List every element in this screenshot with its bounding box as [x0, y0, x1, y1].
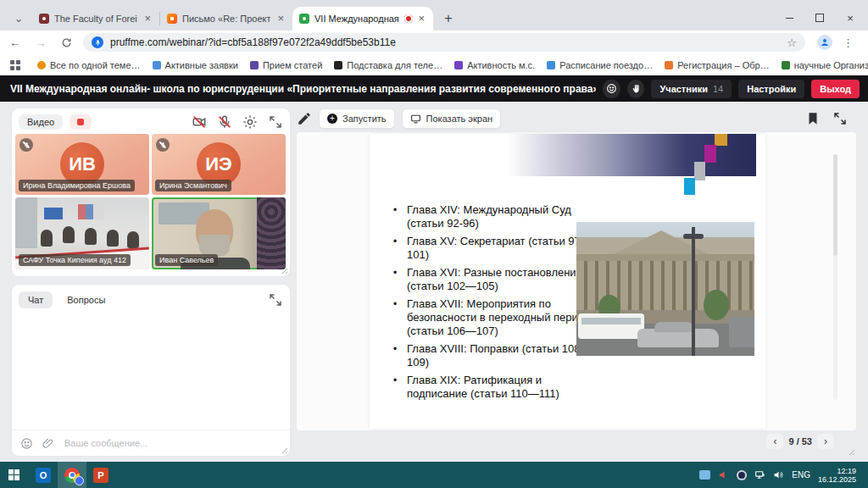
deco-square-magenta: [704, 145, 716, 163]
apps-grid-icon[interactable]: [10, 60, 20, 70]
tab-strip: ⌄ The Faculty of Foreign Languag × Письм…: [0, 7, 868, 30]
stage-expand-icon[interactable]: [832, 111, 848, 126]
tab-webinar[interactable]: VII Международная онлай ×: [292, 7, 433, 30]
record-button[interactable]: [70, 114, 92, 130]
reactions-button[interactable]: [603, 80, 620, 98]
room-person: [85, 228, 97, 245]
tab-title: VII Международная онлай: [314, 14, 399, 24]
address-bar[interactable]: pruffme.com/webinar/?id=cbf5a188f97e072f…: [83, 33, 805, 52]
taskbar-powerpoint[interactable]: P: [86, 462, 115, 488]
share-screen-button[interactable]: Показать экран: [402, 108, 502, 129]
emoji-icon[interactable]: [20, 437, 33, 450]
video-expand-icon[interactable]: [268, 114, 283, 130]
tray-volume-red-icon[interactable]: [718, 469, 729, 480]
room-window: [15, 197, 37, 248]
bookmark-favicon-icon: [782, 61, 790, 69]
message-input[interactable]: [63, 437, 281, 449]
next-slide-button[interactable]: ›: [817, 434, 834, 449]
bookmark-item[interactable]: Все по одной теме…: [37, 60, 141, 70]
draw-pencil-icon[interactable]: [297, 111, 312, 126]
participants-count: 14: [713, 84, 723, 94]
bookmark-favicon-icon: [454, 61, 463, 69]
taskbar-outlook[interactable]: O: [29, 462, 58, 488]
bookmark-favicon-icon: [37, 61, 46, 69]
settings-button[interactable]: Настройки: [738, 80, 804, 98]
speaker-icon[interactable]: [773, 469, 784, 480]
video-panel: Видео: [12, 108, 290, 276]
close-tab-icon[interactable]: ×: [142, 14, 153, 23]
video-tile[interactable]: САФУ Точка Кипения ауд 412: [15, 197, 149, 269]
close-tab-icon[interactable]: ×: [416, 14, 426, 23]
muted-mic-icon: [19, 138, 33, 152]
new-tab-button[interactable]: +: [438, 8, 459, 29]
time-text: 12:19: [818, 467, 856, 475]
participants-button[interactable]: Участники 14: [651, 80, 732, 98]
room-person: [127, 231, 139, 248]
close-tab-icon[interactable]: ×: [275, 14, 286, 23]
tab-chat[interactable]: Чат: [19, 291, 53, 308]
video-tile[interactable]: ИЭ Ирина Эсмантович: [152, 134, 286, 195]
room-banner: [78, 204, 103, 219]
minimize-button[interactable]: [783, 12, 795, 24]
bookmark-favicon-icon: [153, 61, 161, 69]
close-window-button[interactable]: ×: [844, 12, 856, 24]
bookmark-item[interactable]: Активность м.с.: [454, 60, 535, 70]
chat-expand-icon[interactable]: [268, 292, 283, 308]
clock[interactable]: 12:19 16.12.2025: [818, 467, 860, 484]
profile-avatar[interactable]: [817, 35, 832, 50]
tray-app-dark-icon[interactable]: [737, 470, 747, 480]
tray-app-blue-icon[interactable]: [699, 470, 710, 480]
room-person: [107, 230, 119, 247]
tab-search-button[interactable]: ⌄: [8, 9, 29, 28]
restore-button[interactable]: [814, 12, 826, 24]
back-button[interactable]: ←: [5, 32, 25, 53]
slide-viewport: Глава XIV: Международный Суд (статьи 92-…: [297, 132, 856, 430]
tab-mail[interactable]: Письмо «Re: Проект програм ×: [160, 7, 292, 30]
video-settings-gear-icon[interactable]: [242, 114, 258, 130]
photo-frieze: [576, 254, 754, 261]
mic-off-icon[interactable]: [217, 114, 232, 130]
chat-tabs: Чат Вопросы: [12, 285, 290, 308]
prev-slide-button[interactable]: ‹: [766, 434, 783, 449]
tab-questions[interactable]: Вопросы: [58, 291, 114, 308]
browser-menu-icon[interactable]: ⋮: [843, 36, 854, 49]
network-icon[interactable]: [754, 469, 765, 480]
bookmark-slide-icon[interactable]: [805, 111, 821, 126]
scrollbar-thumb[interactable]: [833, 154, 837, 256]
photo-car: [637, 329, 719, 347]
window-top-strip: [0, 0, 868, 7]
browser-toolbar: ← → pruffme.com/webinar/?id=cbf5a188f97e…: [0, 30, 868, 54]
chat-messages-area: [12, 308, 290, 430]
video-tile[interactable]: ИВ Ирина Владимировна Ершова: [15, 134, 149, 195]
reload-button[interactable]: [56, 32, 76, 53]
bookmark-item[interactable]: Прием статей: [250, 60, 322, 70]
language-indicator[interactable]: ENG: [792, 470, 810, 480]
participant-name: Иван Савельев: [155, 254, 218, 266]
resize-handle[interactable]: [847, 447, 854, 455]
video-tile-active-speaker[interactable]: Иван Савельев: [152, 197, 286, 269]
participant-name: САФУ Точка Кипения ауд 412: [19, 254, 131, 266]
muted-mic-icon: [156, 138, 170, 152]
bookmark-item[interactable]: научные Организа…: [782, 60, 868, 70]
room-person: [63, 226, 75, 243]
stage-toolbar: + Запустить Показать экран: [297, 108, 856, 129]
raise-hand-button[interactable]: [627, 80, 645, 98]
exit-button[interactable]: Выход: [811, 80, 860, 98]
launch-button[interactable]: + Запустить: [319, 108, 395, 129]
camera-off-icon[interactable]: [192, 114, 207, 130]
slide-scrollbar[interactable]: [833, 154, 837, 400]
bookmark-item[interactable]: Расписание поездо…: [547, 60, 653, 70]
bookmark-label: Активность м.с.: [467, 60, 535, 70]
start-button[interactable]: [0, 462, 29, 488]
tab-faculty[interactable]: The Faculty of Foreign Languag ×: [32, 7, 159, 30]
bookmark-item[interactable]: Подставка для теле…: [334, 60, 442, 70]
forward-button[interactable]: →: [31, 32, 51, 53]
taskbar-chrome-active[interactable]: [58, 462, 86, 488]
attach-paperclip-icon[interactable]: [42, 437, 54, 450]
bookmark-star-icon[interactable]: ☆: [787, 36, 797, 49]
video-panel-title[interactable]: Видео: [19, 114, 63, 130]
bookmark-item[interactable]: Регистрация – Обр…: [665, 60, 770, 70]
screen: ⌄ The Faculty of Foreign Languag × Письм…: [0, 0, 868, 488]
site-mic-permission-icon[interactable]: [92, 36, 103, 48]
bookmark-item[interactable]: Активные заявки: [153, 60, 238, 70]
